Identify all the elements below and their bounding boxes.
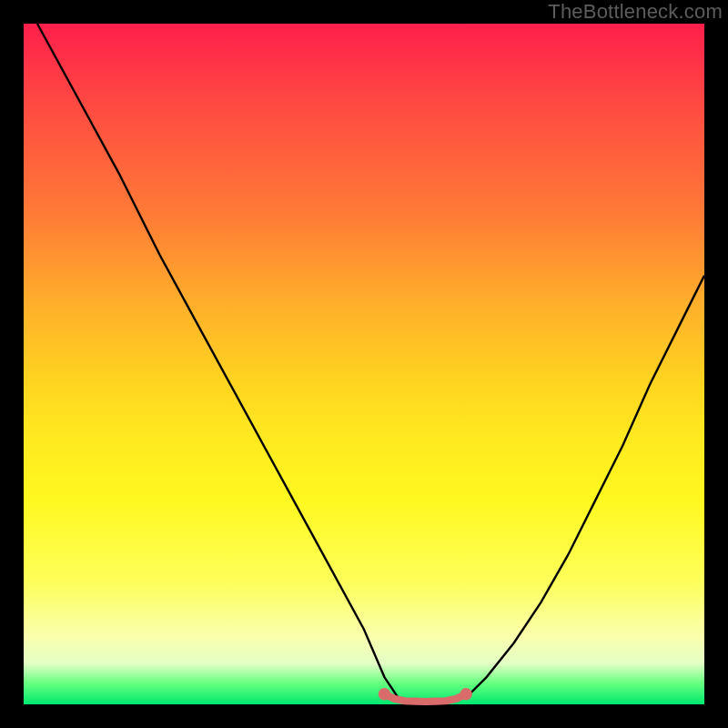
trough-end-dot [379,688,390,700]
right-curve-path [466,276,704,698]
chart-frame: TheBottleneck.com [0,0,728,728]
curve-layer [37,24,704,702]
trough-end-dot [460,688,471,700]
chart-plot-area [24,24,704,704]
watermark-text: TheBottleneck.com [548,0,723,24]
chart-svg [24,24,704,704]
left-curve-path [37,24,398,698]
